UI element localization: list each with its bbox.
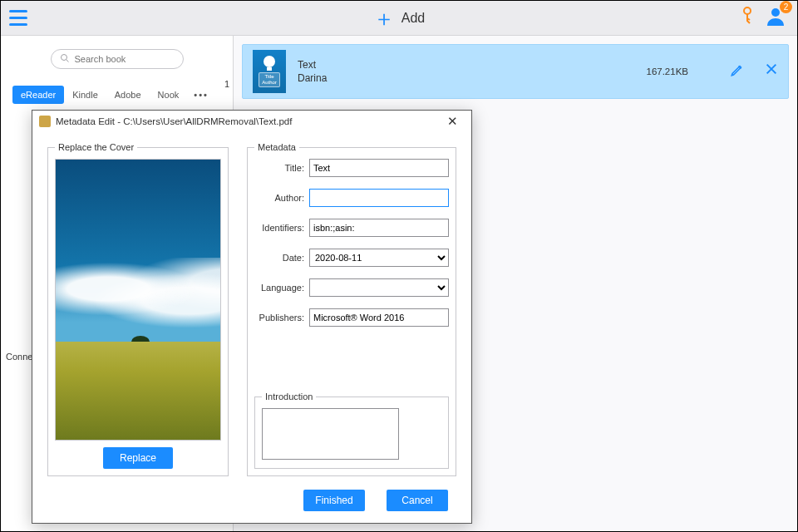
introduction-fieldset: Introduction <box>254 392 449 469</box>
dialog-body: Replace the Cover Replace Metadata Title… <box>32 132 471 481</box>
book-cover-caption: Title Author <box>259 72 280 86</box>
key-icon[interactable] <box>741 7 754 29</box>
search-input-wrap[interactable] <box>51 49 184 69</box>
metadata-pane: Metadata Title: Author: Identifiers: Dat… <box>247 142 456 476</box>
tab-adobe[interactable]: Adobe <box>106 86 150 104</box>
row-actions <box>730 62 778 81</box>
book-size: 167.21KB <box>646 66 688 76</box>
label-title: Title: <box>254 163 304 173</box>
replace-cover-button[interactable]: Replace <box>103 447 173 469</box>
svg-point-0 <box>744 7 751 14</box>
label-introduction: Introduction <box>262 392 316 401</box>
dialog-title: Metadata Edit - C:\Users\User\AllDRMRemo… <box>56 116 292 126</box>
input-author[interactable] <box>309 189 449 207</box>
textarea-introduction[interactable] <box>262 408 399 460</box>
menu-icon[interactable] <box>1 1 36 35</box>
cover-pane: Replace the Cover Replace <box>47 142 229 476</box>
tab-ereader[interactable]: eReader <box>12 86 64 104</box>
label-language: Language: <box>254 283 304 293</box>
tab-count-badge: 1 <box>224 79 229 89</box>
topbar: ＋ Add 2 <box>1 1 797 36</box>
label-author: Author: <box>254 193 304 203</box>
add-label: Add <box>401 11 425 26</box>
label-identifiers: Identifiers: <box>254 223 304 233</box>
cancel-button[interactable]: Cancel <box>387 490 448 511</box>
select-language[interactable] <box>309 278 449 297</box>
dialog-titlebar: Metadata Edit - C:\Users\User\AllDRMRemo… <box>32 111 471 132</box>
book-author: Darina <box>298 72 327 84</box>
tab-nook[interactable]: Nook <box>150 86 188 104</box>
source-tabs: eReader Kindle Adobe Nook ••• 1 <box>1 86 233 104</box>
finished-button[interactable]: Finished <box>303 490 365 511</box>
topbar-right: 2 <box>741 6 797 31</box>
cover-legend: Replace the Cover <box>55 142 137 152</box>
tabs-overflow-icon[interactable]: ••• <box>187 86 215 104</box>
user-button[interactable]: 2 <box>766 6 786 31</box>
label-date: Date: <box>254 253 304 263</box>
input-publishers[interactable] <box>309 308 449 327</box>
dialog-footer: Finished Cancel <box>32 481 471 523</box>
cover-image[interactable] <box>55 159 221 441</box>
input-identifiers[interactable] <box>309 219 449 237</box>
search-icon <box>60 53 70 66</box>
svg-point-2 <box>61 54 66 60</box>
metadata-legend: Metadata <box>254 142 299 152</box>
select-date[interactable]: 2020-08-11 <box>309 249 449 267</box>
plus-icon: ＋ <box>373 7 395 29</box>
label-publishers: Publishers: <box>254 313 304 323</box>
cover-fieldset: Replace the Cover Replace <box>47 142 229 476</box>
svg-point-1 <box>771 8 780 17</box>
close-icon[interactable] <box>765 62 778 81</box>
edit-icon[interactable] <box>730 62 745 81</box>
metadata-fieldset: Metadata Title: Author: Identifiers: Dat… <box>247 142 456 476</box>
book-cover: Title Author <box>253 50 286 93</box>
add-button[interactable]: ＋ Add <box>373 7 425 29</box>
input-title[interactable] <box>309 159 449 177</box>
notification-badge: 2 <box>780 1 792 13</box>
metadata-edit-dialog: Metadata Edit - C:\Users\User\AllDRMRemo… <box>32 110 472 524</box>
book-title: Text <box>298 59 327 71</box>
book-row[interactable]: Title Author Text Darina 167.21KB <box>242 44 789 99</box>
dialog-close-icon[interactable]: ✕ <box>441 112 465 131</box>
lightbulb-icon <box>264 56 275 67</box>
app-icon <box>39 116 51 127</box>
search-input[interactable] <box>75 54 190 64</box>
book-info: Text Darina <box>298 59 327 84</box>
tab-kindle[interactable]: Kindle <box>64 86 106 104</box>
